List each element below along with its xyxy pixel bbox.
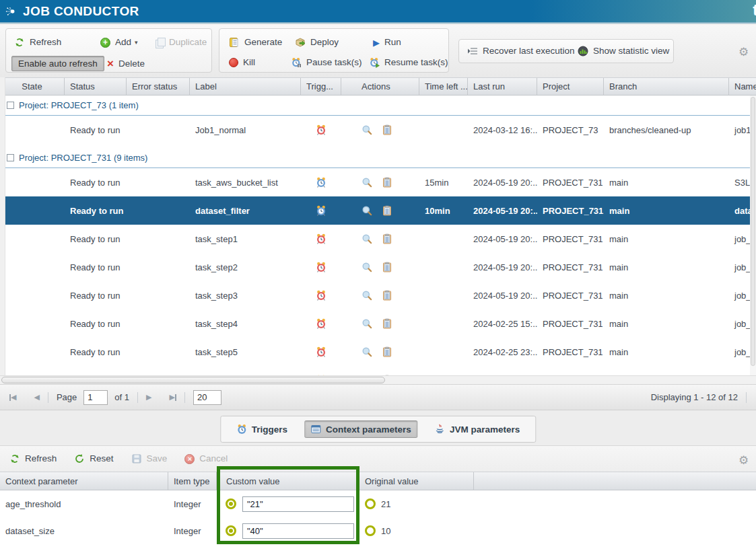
first-page-button[interactable]: ◀ xyxy=(9,393,16,402)
params-settings-gear-icon[interactable]: ⚙ xyxy=(738,453,749,468)
collapse-group-icon[interactable] xyxy=(7,102,14,109)
pause-tasks-button[interactable]: Pause task(s) xyxy=(291,57,362,68)
add-button[interactable]: + Add ▾ xyxy=(100,37,138,48)
context-parameters-tab-icon xyxy=(310,424,321,435)
grid-settings-gear-icon[interactable]: ⚙ xyxy=(738,45,749,59)
clipboard-icon[interactable] xyxy=(382,346,392,357)
main-toolbar: Refresh + Add ▾ Duplicate Enable auto re… xyxy=(0,25,756,77)
tab-context-parameters[interactable]: Context parameters xyxy=(304,420,417,438)
column-header-actions[interactable]: Actions xyxy=(341,78,419,95)
params-refresh-button[interactable]: Refresh xyxy=(9,453,57,464)
run-button[interactable]: ▶ Run xyxy=(373,37,401,48)
cell-branch: main xyxy=(604,291,729,301)
recover-last-execution-button[interactable]: Recover last execution xyxy=(467,46,575,57)
column-header-time-left[interactable]: Time left ... xyxy=(419,78,468,95)
task-row[interactable]: Ready to run dataset_filter xyxy=(0,196,756,225)
params-save-button[interactable]: Save xyxy=(131,453,168,464)
trigger-alarm-icon xyxy=(316,177,327,188)
cell-status: Ready to run xyxy=(65,347,127,357)
last-page-button[interactable]: ▶ xyxy=(169,393,176,402)
cell-label: Job1_normal xyxy=(190,125,301,135)
cell-actions xyxy=(341,318,419,329)
column-header-state[interactable]: State xyxy=(0,78,65,95)
magnifier-icon[interactable] xyxy=(362,318,372,329)
params-cancel-button[interactable]: × Cancel xyxy=(184,453,228,464)
toolbar-group-run: Generate Deploy ▶ Run Kill xyxy=(219,28,449,73)
show-statistic-view-button[interactable]: Show statistic view xyxy=(578,46,669,57)
param-custom-cell xyxy=(217,496,359,512)
column-header-project[interactable]: Project xyxy=(537,78,604,95)
duplicate-button[interactable]: Duplicate xyxy=(156,37,207,48)
horizontal-scrollbar-thumb[interactable] xyxy=(1,377,385,383)
column-header-context-parameter: Context parameter xyxy=(0,472,168,490)
column-header-triggers[interactable]: Trigg... xyxy=(301,78,341,95)
task-row[interactable]: Ready to run Job1_normal xyxy=(0,116,756,144)
magnifier-icon[interactable] xyxy=(362,346,372,357)
page-number-input[interactable] xyxy=(83,390,108,405)
caret-down-icon: ▾ xyxy=(135,39,138,46)
magnifier-icon[interactable] xyxy=(362,177,372,188)
original-value-radio[interactable] xyxy=(365,525,376,536)
project-group-header[interactable]: Project: PROJECT_731 (9 items) xyxy=(0,148,756,168)
grid-vertical-scrollbar xyxy=(750,96,756,375)
column-header-name[interactable]: Name xyxy=(729,78,756,95)
column-header-status[interactable]: Status xyxy=(65,78,127,95)
column-header-last-run[interactable]: Last run xyxy=(468,78,537,95)
task-row[interactable]: Ready to run task_step2 xyxy=(0,253,756,281)
tab-triggers[interactable]: Triggers xyxy=(230,420,294,438)
column-header-label[interactable]: Label xyxy=(190,78,301,95)
magnifier-icon[interactable] xyxy=(362,290,372,301)
custom-value-radio[interactable] xyxy=(226,498,236,509)
cell-status: Ready to run xyxy=(65,291,127,301)
clipboard-icon[interactable] xyxy=(382,124,392,135)
magnifier-icon[interactable] xyxy=(362,262,372,272)
grid-column-headers: State Status Error status Label Trigg...… xyxy=(0,77,756,96)
clipboard-icon[interactable] xyxy=(382,205,392,216)
clipboard-icon[interactable] xyxy=(382,262,392,272)
page-size-input[interactable] xyxy=(193,390,221,405)
custom-value-input[interactable] xyxy=(242,523,354,539)
task-row[interactable]: Ready to run task_step1 xyxy=(0,225,756,253)
context-parameter-row[interactable]: age_threshold Integer 21 xyxy=(0,490,756,517)
deploy-icon xyxy=(295,37,306,48)
delete-button[interactable]: × Delete xyxy=(107,59,145,69)
generate-button[interactable]: Generate xyxy=(229,37,282,48)
toolbar-group-edit: Refresh + Add ▾ Duplicate Enable auto re… xyxy=(5,28,212,73)
delete-icon: × xyxy=(107,59,114,69)
magnifier-icon[interactable] xyxy=(362,205,372,216)
app-header: JOB CONDUCTOR t xyxy=(0,0,756,24)
vertical-scrollbar-thumb[interactable] xyxy=(751,97,755,366)
task-row[interactable]: Ready to run task_step5 xyxy=(0,338,756,366)
original-value-text: 21 xyxy=(381,499,390,509)
column-header-error-status[interactable]: Error status xyxy=(127,78,190,95)
task-row[interactable]: Ready to run task_step3 xyxy=(0,281,756,309)
project-group-header[interactable]: Project: PROJECT_73 (1 item) xyxy=(0,96,756,116)
context-parameter-row[interactable]: dataset_size Integer 10 xyxy=(0,517,756,544)
clipboard-icon[interactable] xyxy=(382,318,392,329)
magnifier-icon[interactable] xyxy=(362,124,372,135)
custom-value-input[interactable] xyxy=(242,496,354,512)
collapse-group-icon[interactable] xyxy=(7,154,14,161)
params-reset-button[interactable]: Reset xyxy=(74,453,113,464)
enable-auto-refresh-button[interactable]: Enable auto refresh xyxy=(11,56,104,71)
task-row[interactable]: Ready to run task_aws_bucket_list xyxy=(0,168,756,196)
custom-value-radio[interactable] xyxy=(226,525,236,536)
original-value-radio[interactable] xyxy=(365,498,376,509)
clipboard-icon[interactable] xyxy=(382,233,392,244)
refresh-button[interactable]: Refresh xyxy=(14,37,61,48)
prev-page-button[interactable]: ◀ xyxy=(34,393,39,402)
magnifier-icon[interactable] xyxy=(362,233,372,244)
next-page-button[interactable]: ▶ xyxy=(146,393,151,402)
resume-tasks-button[interactable]: Resume task(s) xyxy=(369,57,448,68)
cell-branch: branches/cleaned-up xyxy=(604,125,729,135)
cell-triggers xyxy=(301,205,341,216)
deploy-button[interactable]: Deploy xyxy=(295,37,339,48)
task-row[interactable]: Ready to run task_step7 xyxy=(0,366,756,375)
kill-button[interactable]: Kill xyxy=(229,57,255,68)
clipboard-icon[interactable] xyxy=(382,177,392,188)
task-row[interactable]: Ready to run task_step4 xyxy=(0,309,756,338)
column-header-branch[interactable]: Branch xyxy=(604,78,729,95)
tab-jvm-parameters[interactable]: JVM parameters xyxy=(428,420,526,438)
cell-project: PROJECT_731 xyxy=(537,178,604,188)
clipboard-icon[interactable] xyxy=(382,290,392,301)
